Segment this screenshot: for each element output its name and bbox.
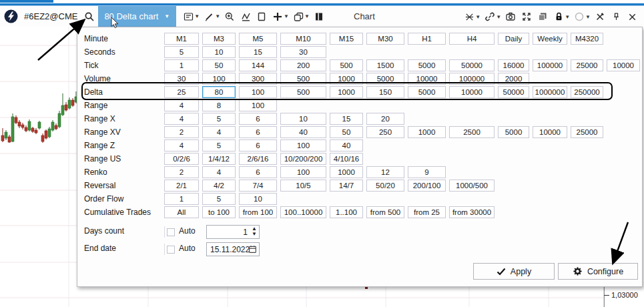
timeframe-button-tick-500[interactable]: 500 — [330, 59, 363, 71]
timeframe-button-delta-10000[interactable]: 10000 — [449, 86, 495, 98]
timeframe-button-volume-500[interactable]: 500 — [280, 73, 326, 85]
chevron-down-icon[interactable]: ▼ — [585, 14, 591, 20]
timeframe-button-range-x-6[interactable]: 6 — [239, 113, 277, 125]
timeframe-button-tick-200[interactable]: 200 — [280, 59, 326, 71]
search-icon[interactable] — [81, 7, 97, 26]
timeframe-button-range-z-4[interactable]: 4 — [164, 139, 199, 151]
timeframe-button-delta-80[interactable]: 80 — [202, 86, 236, 98]
timeframe-button-range-xv-6[interactable]: 6 — [239, 126, 277, 138]
end-date-auto-checkbox[interactable] — [167, 246, 175, 254]
stepper-arrows-icon[interactable]: ▲▼ — [252, 226, 257, 237]
timeframe-button-range-x-20[interactable]: 20 — [366, 113, 404, 125]
timeframe-button-cumulative-trades-from-100[interactable]: from 100 — [239, 206, 277, 218]
timeframe-button-delta-50000[interactable]: 50000 — [498, 86, 529, 98]
timeframe-button-minute-M5[interactable]: M5 — [239, 33, 277, 45]
timeframe-dropdown[interactable]: 80 Delta chart ▼ — [98, 6, 176, 27]
timeframe-button-delta-5000[interactable]: 5000 — [408, 86, 446, 98]
timeframe-button-seconds-10[interactable]: 10 — [202, 46, 236, 58]
timeframe-button-volume-10000[interactable]: 10000 — [408, 73, 446, 85]
timeframe-button-minute-H1[interactable]: H1 — [408, 33, 446, 45]
timeframe-button-minute-M10[interactable]: M10 — [280, 33, 326, 45]
timeframe-button-range-x-15[interactable]: 15 — [330, 113, 363, 125]
timeframe-button-range-x-4[interactable]: 4 — [164, 113, 199, 125]
timeframe-button-cumulative-trades-from-500[interactable]: from 500 — [366, 206, 404, 218]
timeframe-button-renko-2[interactable]: 2 — [164, 166, 199, 178]
apply-button[interactable]: Apply — [473, 263, 555, 280]
timeframe-button-range-xv-40[interactable]: 40 — [280, 126, 326, 138]
timeframe-button-range-xv-25000[interactable]: 25000 — [571, 126, 603, 138]
timeframe-button-tick-16000[interactable]: 16000 — [498, 59, 529, 71]
object-icon[interactable] — [254, 7, 270, 26]
zoom-in-icon[interactable] — [222, 7, 238, 26]
timeframe-button-range-us-1-4-12[interactable]: 1/4/12 — [202, 153, 236, 165]
screenshot-icon[interactable] — [503, 7, 519, 26]
timeframe-button-range-x-5[interactable]: 5 — [202, 113, 236, 125]
line-chart-icon[interactable] — [238, 7, 254, 26]
chevron-down-icon[interactable]: ▼ — [496, 14, 501, 20]
configure-button[interactable]: Configure — [558, 263, 638, 280]
timeframe-button-tick-144[interactable]: 144 — [239, 59, 277, 71]
timeframe-button-range-z-40[interactable]: 40 — [330, 139, 363, 151]
app-logo-icon[interactable] — [3, 7, 19, 26]
timeframe-button-volume-100[interactable]: 100 — [202, 73, 236, 85]
timeframe-button-range-z-6[interactable]: 6 — [239, 139, 277, 151]
timeframe-button-cumulative-trades-1-100[interactable]: 1..100 — [330, 206, 363, 218]
timeframe-button-volume-5000[interactable]: 5000 — [366, 73, 404, 85]
timeframe-button-minute-M1[interactable]: M1 — [164, 33, 199, 45]
timeframe-button-range-us-10-200-200[interactable]: 10/200/200 — [280, 153, 326, 165]
clone-icon[interactable] — [535, 7, 551, 26]
timeframe-button-range-xv-1000[interactable]: 1000 — [408, 126, 446, 138]
timeframe-button-renko-100[interactable]: 100 — [280, 166, 326, 178]
calendar-icon[interactable] — [248, 245, 257, 256]
timeframe-button-volume-30[interactable]: 30 — [164, 73, 199, 85]
timeframe-button-reversal-10-5[interactable]: 10/5 — [280, 180, 326, 192]
dom-trader-icon[interactable] — [311, 7, 327, 26]
timeframe-button-range-100[interactable]: 100 — [239, 99, 277, 111]
timeframe-button-cumulative-trades-from-30000[interactable]: from 30000 — [449, 206, 495, 218]
timeframe-button-range-xv-250[interactable]: 250 — [366, 126, 404, 138]
timeframe-button-tick-10000[interactable]: 10000 — [607, 59, 640, 71]
timeframe-button-range-xv-50[interactable]: 50 — [330, 126, 363, 138]
chevron-down-icon[interactable]: ▼ — [194, 13, 200, 19]
timeframe-button-delta-1000000[interactable]: 1000000 — [533, 86, 567, 98]
timeframe-button-range-x-10[interactable]: 10 — [280, 113, 326, 125]
timeframe-button-minute-M15[interactable]: M15 — [330, 33, 363, 45]
timeframe-button-range-z-100[interactable]: 100 — [280, 139, 326, 151]
timeframe-button-volume-300[interactable]: 300 — [239, 73, 277, 85]
timeframe-button-seconds-30[interactable]: 30 — [280, 46, 326, 58]
timeframe-button-reversal-14-7[interactable]: 14/7 — [330, 180, 363, 192]
timeframe-button-range-8[interactable]: 8 — [202, 99, 236, 111]
timeframe-button-range-4[interactable]: 4 — [164, 99, 199, 111]
chevron-down-icon[interactable]: ▼ — [475, 14, 480, 20]
instrument-symbol[interactable]: #6EZ2@CME — [24, 11, 77, 21]
timeframe-button-volume-1000[interactable]: 1000 — [330, 73, 363, 85]
timeframe-button-minute-M30[interactable]: M30 — [366, 33, 404, 45]
close-icon[interactable] — [624, 7, 640, 26]
timeframe-button-minute-H4[interactable]: H4 — [449, 33, 495, 45]
timeframe-button-range-xv-4[interactable]: 4 — [202, 126, 236, 138]
timeframe-button-minute-Daily[interactable]: Daily — [498, 33, 529, 45]
timeframe-button-delta-100[interactable]: 100 — [239, 86, 277, 98]
pin-icon[interactable] — [608, 7, 624, 26]
timeframe-button-reversal-1000-500[interactable]: 1000/500 — [449, 180, 495, 192]
timeframe-button-delta-25[interactable]: 25 — [164, 86, 199, 98]
chevron-down-icon[interactable]: ▼ — [565, 14, 570, 20]
timeframe-button-delta-150[interactable]: 150 — [366, 86, 404, 98]
timeframe-button-reversal-2-1[interactable]: 2/1 — [164, 180, 199, 192]
timeframe-button-reversal-4-2[interactable]: 4/2 — [202, 180, 236, 192]
timeframe-button-range-xv-5000[interactable]: 5000 — [498, 126, 529, 138]
timeframe-button-tick-50[interactable]: 50 — [202, 59, 236, 71]
timeframe-button-range-xv-10000[interactable]: 10000 — [533, 126, 567, 138]
timeframe-button-cumulative-trades-from-25[interactable]: from 25 — [408, 206, 446, 218]
timeframe-button-tick-5000[interactable]: 5000 — [408, 59, 446, 71]
timeframe-button-tick-1[interactable]: 1 — [164, 59, 199, 71]
timeframe-button-cumulative-trades-100-10000[interactable]: 100..10000 — [280, 206, 326, 218]
timeframe-button-seconds-15[interactable]: 15 — [239, 46, 277, 58]
timeframe-button-range-us-4-10-16[interactable]: 4/10/16 — [330, 153, 363, 165]
timeframe-button-volume-100000[interactable]: 100000 — [449, 73, 495, 85]
timeframe-button-volume-2000[interactable]: 2000 — [498, 73, 529, 85]
timeframe-button-reversal-7-4[interactable]: 7/4 — [239, 180, 277, 192]
timeframe-button-renko-12[interactable]: 12 — [366, 166, 404, 178]
timeframe-button-delta-1000[interactable]: 1000 — [330, 86, 363, 98]
days-count-stepper[interactable]: 1 ▲▼ — [206, 225, 260, 239]
